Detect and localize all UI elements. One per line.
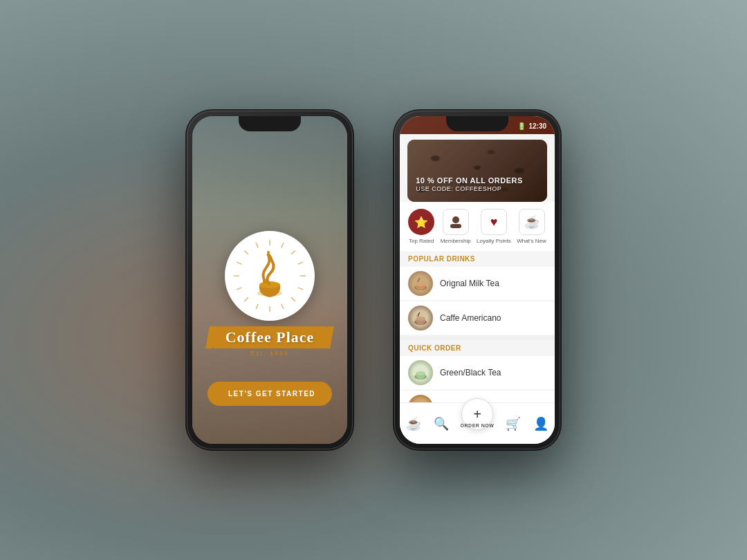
- action-loyalty[interactable]: ♥ Loyalty Points: [477, 209, 511, 244]
- americano-name: Caffe Americano: [440, 313, 501, 323]
- popular-drinks-header: POPULAR DRINKS: [400, 251, 555, 265]
- svg-line-14: [244, 250, 248, 254]
- logo-banner: Coffee Place: [213, 326, 327, 348]
- action-membership[interactable]: Membership: [441, 209, 471, 244]
- phones-container: Coffee Place Est. 1985 LET'S GET STARTED…: [187, 111, 560, 449]
- membership-label: Membership: [441, 238, 471, 244]
- svg-rect-21: [452, 216, 459, 223]
- whats-new-label: What's New: [517, 238, 546, 244]
- americano-image: [408, 306, 433, 330]
- svg-rect-22: [450, 224, 461, 228]
- phone-splash: Coffee Place Est. 1985 LET'S GET STARTED: [187, 111, 353, 449]
- green-tea-image: [408, 360, 433, 385]
- caramel-latte-image: [408, 395, 433, 402]
- est-text: Est. 1985: [213, 350, 327, 357]
- profile-icon: 👤: [533, 416, 548, 431]
- svg-point-28: [416, 371, 425, 375]
- logo-circle: [225, 231, 315, 321]
- notch-app: [446, 116, 508, 131]
- order-now-fab[interactable]: + ORDER NOW: [461, 398, 493, 430]
- action-top-rated[interactable]: ⭐ Top Rated: [408, 209, 434, 244]
- quick-actions: ⭐ Top Rated Membership ♥ L: [400, 202, 555, 251]
- svg-line-9: [256, 304, 258, 309]
- svg-line-10: [244, 297, 248, 301]
- loyalty-label: Loyalty Points: [477, 238, 511, 244]
- brand-name: Coffee Place: [225, 328, 315, 346]
- svg-line-5: [298, 288, 303, 290]
- nav-search[interactable]: 🔍: [434, 416, 449, 431]
- scroll-content: POPULAR DRINKS Orignal Milk Tea Caffe Am…: [400, 251, 555, 402]
- splash-content: Coffee Place Est. 1985 LET'S GET STARTED: [192, 116, 347, 444]
- phone-app: 🔋 12:30 10 % OFF ON ALL ORDERS USE CODE:…: [394, 111, 560, 449]
- logo-container: Coffee Place Est. 1985: [213, 231, 327, 357]
- whats-new-icon: ☕: [519, 209, 545, 235]
- svg-point-24: [416, 282, 425, 286]
- svg-line-11: [237, 288, 241, 290]
- battery-icon: 🔋: [517, 122, 526, 130]
- hero-banner[interactable]: 10 % OFF ON ALL ORDERS USE CODE: COFFEES…: [407, 140, 547, 202]
- nav-profile[interactable]: 👤: [533, 416, 548, 431]
- top-rated-icon: ⭐: [408, 209, 434, 235]
- milk-tea-image: [408, 271, 433, 296]
- svg-line-7: [282, 304, 284, 309]
- order-now-label: ORDER NOW: [461, 423, 495, 428]
- menu-item-milk-tea[interactable]: Orignal Milk Tea: [400, 267, 555, 300]
- get-started-button[interactable]: LET'S GET STARTED: [208, 382, 332, 406]
- action-whats-new[interactable]: ☕ What's New: [517, 209, 546, 244]
- svg-line-15: [256, 243, 258, 248]
- loyalty-icon: ♥: [481, 209, 507, 235]
- hero-overlay: [407, 140, 547, 202]
- quick-order-header: QUICK ORDER: [400, 340, 555, 355]
- svg-point-26: [416, 317, 425, 321]
- menu-item-americano[interactable]: Caffe Americano: [400, 301, 555, 335]
- search-icon: 🔍: [434, 416, 449, 431]
- menu-item-green-tea[interactable]: Green/Black Tea: [400, 356, 555, 389]
- svg-line-13: [237, 262, 241, 264]
- membership-icon: [443, 209, 469, 235]
- svg-line-1: [282, 243, 284, 248]
- notch-splash: [239, 116, 301, 131]
- svg-line-2: [291, 250, 295, 254]
- top-rated-label: Top Rated: [409, 238, 434, 244]
- status-time: 12:30: [528, 122, 546, 130]
- home-coffee-icon: ☕: [406, 416, 421, 431]
- logo-rays: [232, 238, 308, 314]
- phone-splash-screen: Coffee Place Est. 1985 LET'S GET STARTED: [192, 116, 347, 444]
- svg-line-3: [298, 262, 303, 264]
- hero-subtitle: USE CODE: COFFEESHOP: [416, 185, 523, 192]
- nav-home[interactable]: ☕: [406, 416, 421, 431]
- nav-cart[interactable]: 🛒: [506, 416, 521, 431]
- milk-tea-name: Orignal Milk Tea: [440, 279, 499, 288]
- logo-text-block: Coffee Place Est. 1985: [213, 326, 327, 357]
- svg-line-6: [291, 297, 295, 301]
- bottom-nav: ☕ 🔍 + ORDER NOW 🛒 👤: [400, 402, 555, 444]
- cart-icon: 🛒: [506, 416, 521, 431]
- green-tea-name: Green/Black Tea: [440, 368, 501, 377]
- hero-text: 10 % OFF ON ALL ORDERS USE CODE: COFFEES…: [416, 176, 523, 192]
- phone-app-screen: 🔋 12:30 10 % OFF ON ALL ORDERS USE CODE:…: [400, 116, 555, 444]
- app-screen: 🔋 12:30 10 % OFF ON ALL ORDERS USE CODE:…: [400, 116, 555, 444]
- hero-title: 10 % OFF ON ALL ORDERS: [416, 176, 523, 185]
- nav-order-now[interactable]: + ORDER NOW: [461, 408, 493, 440]
